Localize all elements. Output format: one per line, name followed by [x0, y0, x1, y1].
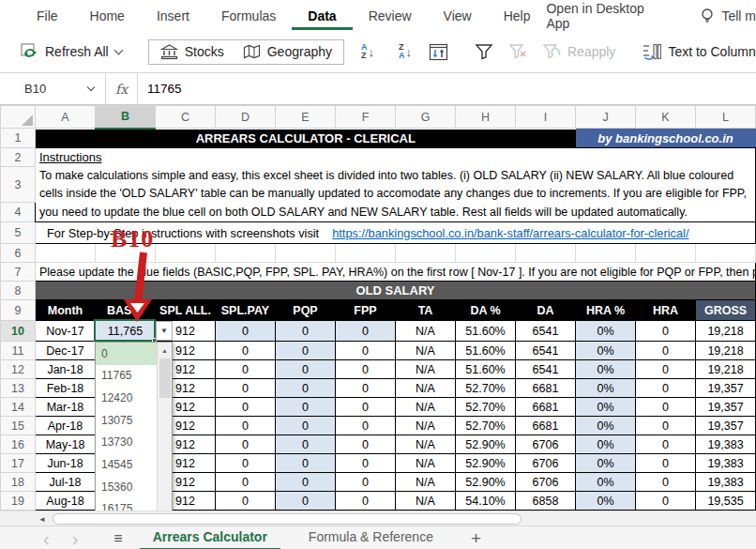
cell-pqp-16[interactable]: 0	[276, 435, 336, 454]
row-header-6[interactable]: 6	[1, 244, 36, 263]
cell-spl_pay-19[interactable]: 0	[216, 492, 276, 511]
cell-ta-19[interactable]: N/A	[396, 492, 456, 511]
cell-hra-10[interactable]: 0	[636, 321, 696, 342]
cell-fpp-15[interactable]: 0	[336, 417, 396, 435]
cell-month-14[interactable]: Mar-18	[36, 398, 96, 417]
cell-da-11[interactable]: 6541	[516, 342, 576, 360]
column-header-J[interactable]: J	[576, 106, 636, 129]
cell-hra_pct-16[interactable]: 0%	[576, 435, 636, 454]
cell-hra-12[interactable]: 0	[636, 360, 696, 379]
cell-fpp-12[interactable]: 0	[336, 360, 396, 379]
dropdown-item-0[interactable]: 0	[96, 343, 157, 365]
open-in-desktop-app-button[interactable]: Open in Desktop App	[546, 1, 668, 31]
custom-sort-button[interactable]	[421, 38, 456, 66]
sheet-tab-formula-reference[interactable]: Formula & Reference	[295, 526, 446, 549]
cell-da_pct-11[interactable]: 51.60%	[456, 342, 516, 360]
dropdown-item-11765[interactable]: 11765	[96, 365, 157, 388]
cell-da-13[interactable]: 6681	[516, 379, 576, 398]
cell-spl_pay-13[interactable]: 0	[216, 379, 276, 398]
cell-month-12[interactable]: Jan-18	[36, 360, 96, 379]
cell-da-17[interactable]: 6706	[516, 454, 576, 473]
empty-cell[interactable]	[696, 244, 756, 263]
cell-hra-14[interactable]: 0	[636, 398, 696, 417]
cell-da-14[interactable]: 6681	[516, 398, 576, 417]
cell-basic-10[interactable]: 11,765	[96, 321, 156, 342]
menu-tab-view[interactable]: View	[428, 2, 488, 30]
sort-descending-button[interactable]: ZA ↓	[389, 39, 421, 64]
instructions-text-cell[interactable]: To make calculations simple and easy, th…	[36, 167, 756, 222]
empty-cell[interactable]	[516, 244, 576, 263]
dropdown-scrollbar[interactable]: ▲ ▼	[157, 343, 172, 520]
cell-da-19[interactable]: 6858	[516, 492, 576, 511]
cell-gross-11[interactable]: 19,218	[696, 342, 756, 360]
horizontal-scrollbar-thumb[interactable]	[53, 513, 522, 525]
column-header-A[interactable]: A	[36, 106, 96, 129]
prev-sheet-icon[interactable]: ‹	[32, 529, 61, 548]
scroll-up-icon[interactable]: ▲	[158, 343, 172, 358]
menu-tab-formulas[interactable]: Formulas	[205, 2, 292, 30]
row-header-1[interactable]: 1	[1, 129, 36, 148]
cell-gross-14[interactable]: 19,357	[696, 398, 756, 417]
horizontal-scrollbar[interactable]: ◄	[0, 511, 756, 526]
reapply-filter-button[interactable]: Reapply	[535, 38, 623, 65]
cell-da-12[interactable]: 6541	[516, 360, 576, 379]
cell-hra-17[interactable]: 0	[636, 454, 696, 473]
scroll-left-icon[interactable]: ◄	[36, 513, 49, 525]
empty-cell[interactable]	[576, 244, 636, 263]
cell-da-16[interactable]: 6706	[516, 435, 576, 454]
cell-fpp-17[interactable]: 0	[336, 454, 396, 473]
menu-tab-home[interactable]: Home	[74, 2, 141, 30]
column-header-G[interactable]: G	[396, 106, 456, 129]
cell-spl_pay-15[interactable]: 0	[216, 417, 276, 435]
cell-ta-16[interactable]: N/A	[396, 435, 456, 454]
text-to-columns-button[interactable]: Text to Columns	[634, 38, 756, 65]
table-header-fpp[interactable]: FPP	[336, 300, 396, 321]
row-header-13[interactable]: 13	[1, 379, 36, 398]
cell-fpp-18[interactable]: 0	[336, 473, 396, 492]
cell-pqp-11[interactable]: 0	[276, 342, 336, 360]
all-sheets-menu-icon[interactable]: ≡	[89, 530, 139, 547]
row-header-7[interactable]: 7	[1, 263, 36, 282]
cell-pqp-18[interactable]: 0	[276, 473, 336, 492]
column-header-B[interactable]: B	[96, 106, 156, 129]
cell-hra_pct-10[interactable]: 0%	[576, 321, 636, 342]
next-sheet-icon[interactable]: ›	[61, 529, 90, 548]
row-header-4[interactable]: 4	[1, 203, 36, 222]
cell-pqp-15[interactable]: 0	[276, 417, 336, 435]
cell-month-10[interactable]: Nov-17	[36, 321, 96, 342]
empty-cell[interactable]	[156, 244, 216, 263]
cell-gross-16[interactable]: 19,383	[696, 435, 756, 454]
column-header-I[interactable]: I	[516, 106, 576, 129]
update-note-cell[interactable]: Please update the blue fields (BASIC,PQP…	[36, 263, 756, 282]
menu-tab-help[interactable]: Help	[488, 2, 547, 30]
column-header-K[interactable]: K	[636, 106, 696, 129]
cell-fpp-10[interactable]: 0	[336, 321, 396, 342]
row-header-15[interactable]: 15	[1, 417, 36, 435]
row-header-3[interactable]: 3	[1, 167, 36, 203]
cell-pqp-14[interactable]: 0	[276, 398, 336, 417]
table-header-month[interactable]: Month	[36, 300, 96, 321]
cell-hra-19[interactable]: 0	[636, 492, 696, 511]
instructions-heading-cell[interactable]: Instructions	[36, 148, 756, 167]
row-header-14[interactable]: 14	[1, 398, 36, 417]
column-header-L[interactable]: L	[696, 106, 756, 129]
row-header-5[interactable]: 5	[1, 222, 36, 244]
cell-month-15[interactable]: Apr-18	[36, 417, 96, 435]
cell-hra_pct-15[interactable]: 0%	[576, 417, 636, 435]
row-header-9[interactable]: 9	[1, 300, 36, 321]
sheet-tab-arrears-calculator[interactable]: Arrears Calculator	[140, 526, 280, 549]
cell-gross-19[interactable]: 19,535	[696, 492, 756, 511]
table-header-spl-pay[interactable]: SPL.PAY	[216, 300, 276, 321]
cell-hra_pct-11[interactable]: 0%	[576, 342, 636, 360]
cell-gross-12[interactable]: 19,218	[696, 360, 756, 379]
byline-cell[interactable]: by bankingschool.co.in	[576, 129, 756, 148]
cell-da_pct-13[interactable]: 52.70%	[456, 379, 516, 398]
scrollbar-thumb[interactable]	[159, 358, 171, 398]
cell-pqp-13[interactable]: 0	[276, 379, 336, 398]
table-header-pqp[interactable]: PQP	[276, 300, 336, 321]
cell-gross-10[interactable]: 19,218	[696, 321, 756, 342]
cell-fpp-14[interactable]: 0	[336, 398, 396, 417]
cell-ta-15[interactable]: N/A	[396, 417, 456, 435]
column-header-H[interactable]: H	[456, 106, 516, 129]
cell-da_pct-17[interactable]: 52.90%	[456, 454, 516, 473]
